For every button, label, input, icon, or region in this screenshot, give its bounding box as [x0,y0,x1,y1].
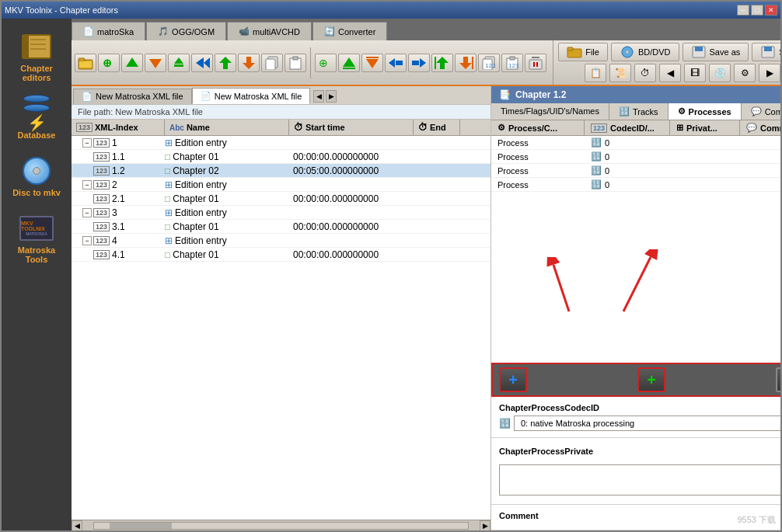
process-row[interactable]: Process 🔢 0 [491,150,780,164]
process-row[interactable]: Process 🔢 0 [491,178,780,192]
bd-dvd-button[interactable]: BD/DVD [611,43,679,61]
svg-rect-7 [79,61,92,68]
toolbar-btn-row-jump-start[interactable] [431,54,453,72]
toolbar-btn-row-right[interactable] [408,54,430,72]
process-row-3-comment [740,169,780,172]
toolbar-btn-row-jump-end[interactable] [455,54,477,72]
file-tab-1[interactable]: 📄 New Matroska XML file [73,89,192,104]
svg-line-52 [553,265,569,311]
svg-text:⊕: ⊕ [103,57,112,69]
toolbar-btn-row-left[interactable] [385,54,407,72]
toolbar-btn-row-copy[interactable]: 123 [478,54,500,72]
toolbar-btn-row-delete[interactable] [525,54,546,72]
tree-row[interactable]: 123 1.1 □ Chapter 01 00:00:00.000000000 [72,150,490,164]
toolbar-btn-move-down-orange[interactable] [145,54,166,72]
sidebar-item-matroska-tools[interactable]: MKV TOOLNIX MATROSKA Matroska Tools [2,208,72,269]
expand-3[interactable]: − [82,208,92,217]
tab-multiavchd[interactable]: 📹 multiAVCHD [227,22,312,40]
process-row[interactable]: Process 🔢 0 [491,136,780,150]
titlebar: MKV Toolnix - Chapter editors ─ □ ✕ [2,2,780,19]
row-1-2-index: 1.2 [112,165,125,176]
toolbar-btn-move-up-small[interactable] [168,54,190,72]
tab-matroska[interactable]: 📄 matroSka [72,22,145,40]
toolbar-btn-script[interactable]: 📜 [609,64,631,82]
tree-row-selected[interactable]: 123 1.2 □ Chapter 02 00:05:00.000000000 [72,164,490,178]
row-1-index: 1 [112,137,117,148]
add-process-green-button[interactable]: + [637,367,665,392]
tab-next-button[interactable]: ▶ [326,90,337,103]
toolbar-btn-row-up[interactable] [338,54,360,72]
open-file-button[interactable]: File [558,43,608,61]
row-2-name: ⊞ Edition entry [165,179,293,190]
tab-prev-button[interactable]: ◀ [313,90,324,103]
sidebar-item-chapter-editors[interactable]: Chapter editors [2,26,72,87]
process-row-2-private [670,155,740,158]
toolbar-btn-arrow-left-blue[interactable] [191,54,213,72]
add-process-blue-button[interactable]: + [499,367,527,392]
toolbar-btn-settings[interactable]: ⚙ [734,64,756,82]
expand-4[interactable]: − [82,236,92,245]
scroll-left-arrow[interactable]: ◀ [72,520,82,531]
tree-row[interactable]: 123 2.1 □ Chapter 01 00:00:00.000000000 [72,192,490,206]
sidebar-item-disc-to-mkv[interactable]: Disc to mkv [2,151,72,202]
tree-row[interactable]: − 123 3 ⊞ Edition entry [72,206,490,220]
tree-row[interactable]: − 123 2 ⊞ Edition entry [72,178,490,192]
sidebar-label-matroska-tools: Matroska Tools [6,245,67,264]
toolbar-btn-open[interactable] [75,54,96,72]
tree-row[interactable]: 123 3.1 □ Chapter 01 00:00:00.000000000 [72,220,490,234]
toolbar-btn-row-down[interactable] [361,54,383,72]
tab-matroska-icon: 📄 [83,26,94,37]
tab-comment[interactable]: 💬 Comment [742,103,780,120]
window-controls: ─ □ ✕ [737,5,777,16]
tree-row[interactable]: 123 4.1 □ Chapter 01 00:00:00.000000000 [72,248,490,262]
svg-text:⊕: ⊕ [319,57,328,69]
toolbar-btn-move-up-green[interactable] [121,54,143,72]
tree-row[interactable]: − 123 1 ⊞ Edition entry [72,136,490,150]
process-row[interactable]: Process 🔢 0 [491,164,780,178]
toolbar-btn-copy[interactable] [261,54,283,72]
close-button[interactable]: ✕ [765,5,777,16]
expand-1[interactable]: − [82,138,92,148]
tab-tracks[interactable]: 🔢 Tracks [609,103,669,120]
toolbar-btn-clock[interactable]: ⏱ [634,64,656,82]
detail-panel: 📑 Chapter 1.2 Times/Flags/UID's/Names 🔢 … [491,86,780,530]
save-button[interactable]: Save [752,43,780,61]
toolbar-btn-paste[interactable] [285,54,306,72]
tree-scrollbar[interactable]: ◀ ▶ [72,520,490,530]
toolbar-btn-row-paste[interactable]: 123 [501,54,523,72]
private-label: ChapterProcessPrivate [499,447,593,456]
toolbar-btn-bookmark[interactable]: 📋 [585,64,606,82]
minimize-button[interactable]: ─ [737,5,749,16]
save-as-button[interactable]: Save as [683,43,749,61]
process-col-comment: 💬 Comment [740,120,780,135]
scroll-thumb[interactable] [110,523,172,529]
process-table: ⚙ Process/C... 123 CodecID/... ⊞ Privat.… [491,120,780,242]
codec-id-select[interactable]: 0: native Matroska processing [514,416,780,431]
private-textarea[interactable] [499,464,780,495]
toolbar-btn-add-row[interactable]: ⊕ [315,54,337,72]
svg-rect-49 [695,47,703,51]
toolbar-btn-arrow-up2[interactable] [215,54,236,72]
toolbar-btn-film[interactable]: 🎞 [684,64,706,82]
comment-icon: 💬 [751,106,762,116]
toolbar-btn-back[interactable]: ◀ [659,64,681,82]
tree-row[interactable]: − 123 4 ⊞ Edition entry [72,234,490,248]
maximize-button[interactable]: □ [751,5,763,16]
toolbar-btn-video-right[interactable]: ▶ [759,64,780,82]
toolbar-btn-disc2[interactable]: 💿 [709,64,731,82]
toolbar-btn-arrow-down2[interactable] [238,54,260,72]
toolbar-btn-add-child[interactable]: ⊕ [98,54,120,72]
tab-processes[interactable]: ⚙ Processes [669,103,742,120]
expand-2[interactable]: − [82,180,92,190]
tab-ogg[interactable]: 🎵 OGG/OGM [146,22,226,40]
delete-process-button[interactable] [776,367,780,392]
sidebar-item-database[interactable]: ⚡ Database [2,93,72,144]
scroll-right-arrow[interactable]: ▶ [480,520,490,531]
tree-view[interactable]: 123 XML-Index Abc Name ⏱ Start time [72,120,490,520]
scroll-track[interactable] [93,522,469,530]
row-4-index: 4 [112,235,117,246]
tab-times[interactable]: Times/Flags/UID's/Names [491,103,609,120]
tab-converter[interactable]: 🔄 Converter [312,22,387,40]
sidebar: Chapter editors ⚡ Database Disc to mkv [2,19,72,530]
file-tab-2[interactable]: 📄 New Matroska XML file [192,88,311,104]
